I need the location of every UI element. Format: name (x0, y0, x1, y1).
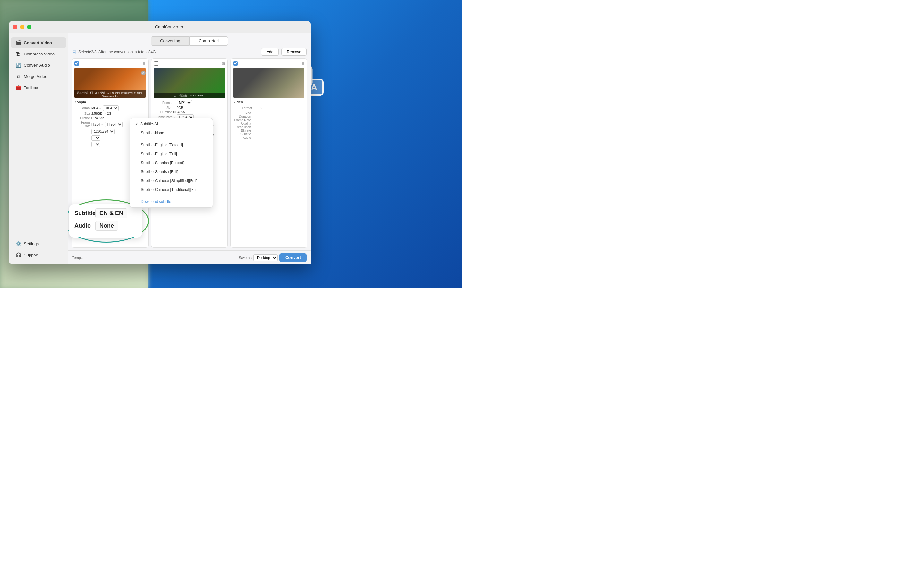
dropdown-divider-2 (130, 195, 213, 196)
duration-val: 01:48:32 (91, 116, 104, 120)
dropdown-subtitle-all[interactable]: Subtitle-All (130, 119, 213, 129)
save-as-label: Save as (239, 256, 252, 259)
card-1-name: Zoopia (74, 100, 145, 104)
video-card-3: ⊟ Video Format › Size Durati (230, 58, 307, 248)
remove-button[interactable]: Remove (281, 48, 307, 56)
dropdown-item-label: Download subtitle (141, 199, 171, 204)
c3-framerate-label: Frame Rate (233, 118, 251, 122)
sidebar: 🎬 Convert Video 🗜 Compress Video 🔄 Conve… (9, 33, 68, 264)
dropdown-item-label: Subtitle-Spanish [Forced] (141, 161, 184, 165)
c3-quality-row: Quality (233, 122, 304, 125)
top-bar: ⊟ Selecte2/3, After the conversion, a to… (68, 45, 310, 58)
settings-icon: ⚙️ (15, 241, 21, 247)
c3-subtitle-row: Subtitle (233, 132, 304, 136)
dropdown-sub-zh-traditional[interactable]: Subtitle-Chinese [Traditional][Full] (130, 185, 213, 194)
c3-resolution-label: Resolution (233, 125, 251, 129)
bottom-bar: Template Save as Desktop Convert (68, 250, 310, 264)
subtitle-value-highlight[interactable]: CN & EN (95, 208, 128, 218)
svg-text:A: A (311, 82, 317, 92)
c2-duration-row: Duration 01:48:32 (154, 110, 225, 114)
top-bar-buttons: Add Remove (261, 48, 307, 56)
c2-size-label: Size (154, 106, 173, 110)
mac-window: OmniConverter 🎬 Convert Video 🗜 Compress… (9, 21, 310, 264)
window-body: 🎬 Convert Video 🗜 Compress Video 🔄 Conve… (9, 33, 310, 264)
c3-subtitle-label: Subtitle (233, 132, 251, 136)
sidebar-item-support[interactable]: 🎧 Support (11, 250, 66, 260)
card-2-subtitle-bar: 好，我知道... / ok, I know... (154, 93, 225, 98)
card-3-minimize[interactable]: ⊟ (301, 61, 304, 66)
tab-converting[interactable]: Converting (151, 36, 189, 45)
sidebar-item-toolbox[interactable]: 🧰 Toolbox (11, 82, 66, 93)
template-label: Template (72, 256, 87, 259)
card-1-minimize[interactable]: ⊟ (142, 61, 145, 66)
convert-audio-icon: 🔄 (15, 62, 21, 68)
framerate-from: H.264 (91, 123, 100, 126)
dropdown-sub-en-full[interactable]: Subtitle-English [Full] (130, 149, 213, 158)
card-1-header: ⊟ (74, 61, 145, 66)
sidebar-item-convert-audio[interactable]: 🔄 Convert Audio (11, 60, 66, 71)
size-from: 2.58GB (91, 112, 102, 115)
c2-size-val: 2GB (177, 106, 183, 110)
convert-button[interactable]: Convert (279, 253, 307, 262)
framerate-select[interactable]: H.264 (105, 122, 123, 127)
c3-format-label: Format (233, 106, 252, 110)
c3-bitrate-label: Bit rate (233, 129, 251, 132)
window-title: OmniConverter (31, 24, 307, 29)
c3-format-row: Format › (233, 105, 304, 111)
card-1-clear[interactable]: ✕ (141, 71, 145, 75)
sidebar-item-label: Convert Audio (24, 63, 50, 68)
dropdown-sub-en-forced[interactable]: Subtitle-English [Forced] (130, 140, 213, 149)
dropdown-sub-zh-simplified[interactable]: Subtitle-Chinese [Simplified][Full] (130, 176, 213, 185)
size-to: 2G (107, 112, 111, 115)
subtitle-label-highlight: Subtitle (74, 210, 92, 217)
sidebar-item-merge-video[interactable]: ⧉ Merge Video (11, 71, 66, 82)
audio-label-highlight: Audio (74, 222, 92, 229)
close-button[interactable] (13, 25, 17, 29)
info-box: ⊟ Selecte2/3, After the conversion, a to… (72, 49, 258, 55)
card-2-header: ⊟ (154, 61, 225, 66)
subtitle-audio-box: Subtitle CN & EN Audio None (69, 204, 142, 238)
format-select[interactable]: MP4 (103, 105, 119, 111)
card-1-checkbox[interactable] (74, 61, 79, 66)
card-3-checkbox[interactable] (233, 61, 238, 66)
quality-select[interactable]: 1280x720 (91, 129, 115, 134)
dropdown-sub-es-forced[interactable]: Subtitle-Spanish [Forced] (130, 158, 213, 167)
duration-label: Duration (74, 116, 90, 120)
c2-duration-val: 01:48:32 (173, 110, 186, 114)
card-2-minimize[interactable]: ⊟ (222, 61, 225, 66)
sidebar-item-settings[interactable]: ⚙️ Settings (11, 238, 66, 249)
card-1-subtitle-bar: 第三个汽缸不打火了 记得... / The third cylinder won… (74, 90, 145, 98)
c3-duration-row: Duration (233, 115, 304, 118)
card-1-format-row: Format MP4 → MP4 (74, 105, 145, 111)
save-location-select[interactable]: Desktop (254, 254, 278, 261)
row3-select[interactable] (91, 142, 100, 147)
minimize-button[interactable] (20, 25, 24, 29)
format-from: MP4 (91, 106, 98, 110)
cards-area: ⊟ 第三个汽缸不打火了 记得... / The third cylinder w… (68, 58, 310, 250)
dropdown-subtitle-none[interactable]: Subtitle-None (130, 129, 213, 137)
sidebar-item-compress-video[interactable]: 🗜 Compress Video (11, 48, 66, 59)
card-2-checkbox[interactable] (154, 61, 158, 66)
framerate-arrow: → (101, 123, 104, 126)
c2-format-row: Format → MP4 (154, 100, 225, 105)
c2-format-select[interactable]: MP4 (177, 100, 192, 105)
card-2-thumbnail: 好，我知道... / ok, I know... (154, 68, 225, 98)
size-arrow: → (103, 112, 106, 115)
c2-duration-label: Duration (154, 110, 173, 114)
info-icon: ⊟ (72, 49, 76, 55)
dropdown-sub-es-full[interactable]: Subtitle-Spanish [Full] (130, 167, 213, 176)
dropdown-item-label: Subtitle-English [Full] (141, 152, 177, 156)
dropdown-item-label: Subtitle-Chinese [Traditional][Full] (141, 187, 199, 192)
audio-value-highlight[interactable]: None (95, 221, 118, 231)
row2-select[interactable] (91, 135, 100, 141)
subtitle-dropdown: Subtitle-All Subtitle-None Subtitle-Engl… (129, 118, 213, 208)
sidebar-item-convert-video[interactable]: 🎬 Convert Video (11, 37, 66, 48)
fullscreen-button[interactable] (27, 25, 31, 29)
add-button[interactable]: Add (261, 48, 279, 56)
format-label: Format (74, 106, 90, 110)
card-1-thumbnail: 第三个汽缸不打火了 记得... / The third cylinder won… (74, 68, 145, 98)
c3-size-label: Size (233, 111, 251, 115)
tab-completed[interactable]: Completed (189, 36, 228, 45)
dropdown-download-subtitle[interactable]: Download subtitle (130, 197, 213, 206)
c3-framerate-row: Frame Rate (233, 118, 304, 122)
